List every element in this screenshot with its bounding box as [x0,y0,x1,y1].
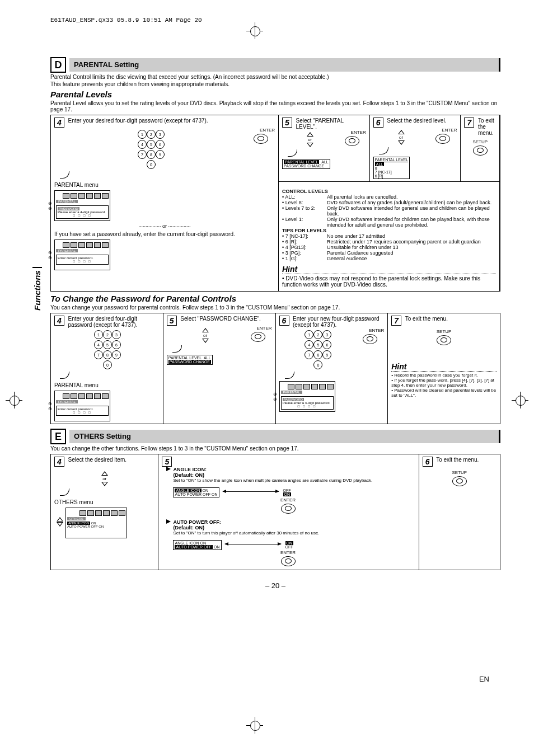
up-down-buttons[interactable]: or [305,132,316,147]
parental-intro-1: Parental Control limits the disc viewing… [50,74,500,80]
running-header: E61TAUD_ENSP.qx33 05.8.9 10:51 AM Page 2… [50,17,500,24]
numeric-keypad[interactable]: 123 456 789 0 [137,130,165,169]
setup-button[interactable] [452,476,467,486]
pw-step5-num: 5 [167,316,177,326]
parental-levels-heading: Parental Levels [50,90,500,99]
step-7-num: 7 [464,118,474,128]
step-7-text: To exit the menu. [478,118,495,136]
or-divider: ················ or ················ [54,223,275,229]
setup-button[interactable] [473,145,488,156]
numeric-keypad[interactable]: 123 456 789 0 [303,330,331,369]
pw-step6-text: Enter your new four-digit password (exce… [293,316,383,328]
enter-label: ENTER [244,326,272,331]
screen-parental-enter: ⊕⊕ PARENTAL PASSWORD Please enter a 4-di… [54,190,110,221]
others-steps: 4 Select the desired item. or OTHERS men… [50,454,500,570]
step-4-text: Enter your desired four-digit password (… [68,118,274,124]
change-password-steps: 4 Enter your desired four-digit password… [50,313,500,424]
others-step4-text: Select the desired item. [68,457,154,463]
others-menu-label: OTHERS menu [54,499,154,505]
auto-power-default: (Default: ON) [173,525,402,530]
tips-heading: TIPS FOR LEVELS [282,228,496,233]
hint-label: Hint [391,362,406,371]
section-e-title: E OTHERS Setting [50,429,500,444]
parental-intro-2: This feature prevents your children from… [50,81,500,87]
parental-menu-label: PARENTAL menu [54,382,160,388]
step-6-num: 6 [373,118,383,128]
enter-label: ENTER [338,130,366,135]
enter-button[interactable] [281,504,296,514]
enter-button[interactable] [254,134,268,144]
others-step6-text: To exit the menu. [436,457,495,463]
others-step6-num: 6 [423,457,433,467]
enter-button[interactable] [345,136,359,146]
hint-2-line-1: • Record the password in case you forget… [391,373,496,378]
hint-1-text: • DVD-Video discs may not respond to the… [282,275,496,288]
setup-label: SETUP [391,329,496,334]
change-password-desc: You can change your password for parenta… [50,304,500,311]
step-5-num: 5 [282,118,292,128]
auto-power-desc: Set to "ON" to turn this player off auto… [173,530,402,536]
setup-button[interactable] [437,335,451,345]
angle-icon-desc: Set to "ON" to show the angle icon when … [173,478,402,483]
screen-parental-current: ⊕⊕ PARENTAL Enter current password. □ □ … [54,240,110,270]
step-6-text: Select the desired level. [387,118,456,124]
section-e-letter: E [50,429,66,444]
auto-power-menu-left: ANGLE ICON ON AUTO POWER OFF ON [173,540,221,550]
enter-label: ENTER [429,128,457,133]
pw-step5-text: Select "PASSWORD CHANGE". [180,316,271,322]
screen-others: OTHERS ANGLE ICON ON AUTO POWER OFF ON [65,508,127,538]
step-5-text: Select "PARENTAL LEVEL". [296,118,366,130]
parental-steps-row: 4 Enter your desired four-digit password… [50,115,500,292]
auto-power-menu-right: ON OFF [284,541,295,550]
angle-icon-default: (Default: ON) [173,472,402,478]
side-tab-functions: Functions [32,267,42,311]
angle-icon-menu-left: ANGLE ICON ON AUTO POWER OFF ON [173,487,219,497]
numeric-keypad[interactable]: 123 456 789 0 [93,330,121,369]
enter-button[interactable] [251,332,265,342]
parental-level-menu: PARENTAL LEVEL ALL PASSWORD CHANGE [282,159,330,169]
hint-label: Hint [282,265,297,274]
screen-parental-current-2: ⊕⊕ PARENTAL Enter current password. □ □ … [54,391,110,421]
pw-step4-num: 4 [54,316,64,326]
up-down-buttons[interactable]: or [200,328,211,343]
auto-power-title: AUTO POWER OFF: [173,519,402,525]
section-e-bar: OTHERS Setting [69,430,500,443]
setup-label: SETUP [464,139,496,144]
page-number: – 20 – [50,581,500,590]
others-step5-num: 5 [162,457,172,467]
pw-step4-text: Enter your desired four-digit password (… [68,316,159,328]
control-levels-heading: CONTROL LEVELS [282,189,496,194]
up-down-icon [54,517,65,527]
parental-levels-desc: Parental Level allows you to set the rat… [50,100,500,112]
enter-button[interactable] [281,556,296,566]
section-d-title: D PARENTAL Setting [50,57,500,73]
setup-label: SETUP [423,470,496,475]
section-d-letter: D [50,57,66,73]
step-4-or-text: If you have set a password already, ente… [54,231,275,237]
angle-icon-title: ANGLE ICON: [173,467,402,472]
hint-2-line-2: • If you forget the pass-word, press [4]… [391,378,496,388]
page-language: EN [479,675,489,683]
change-password-heading: To Change the Password for Parental Cont… [50,294,500,303]
pw-step7-num: 7 [391,316,401,326]
enter-button[interactable] [363,334,377,344]
parental-menu-label: PARENTAL menu [54,182,275,188]
hint-2-line-3: • Password will be cleared and parental … [391,388,496,398]
up-down-buttons[interactable]: or [99,471,110,486]
angle-icon-menu-right: OFF ON [282,488,293,497]
enter-button[interactable] [435,134,450,144]
screen-password-enter: ⊕⊕ PARENTAL PASSWORD Please enter a 4-di… [279,381,335,412]
others-step4-num: 4 [54,457,64,467]
pw-step6-num: 6 [279,316,289,326]
password-change-menu: PARENTAL LEVEL ALL PASSWORD CHANGE [167,355,213,365]
others-intro: You can change the other functions. Foll… [50,445,500,452]
section-d-bar: PARENTAL Setting [69,58,500,72]
parental-level-options: PARENTAL LEVEL ALL 8 7 [NC-17] 6 [R] [373,157,410,179]
enter-label: ENTER [247,128,275,133]
enter-label: ENTER [356,328,384,333]
step-4-num: 4 [54,118,64,128]
up-down-buttons[interactable]: or [396,130,407,145]
pw-step7-text: To exit the menu. [405,316,496,322]
